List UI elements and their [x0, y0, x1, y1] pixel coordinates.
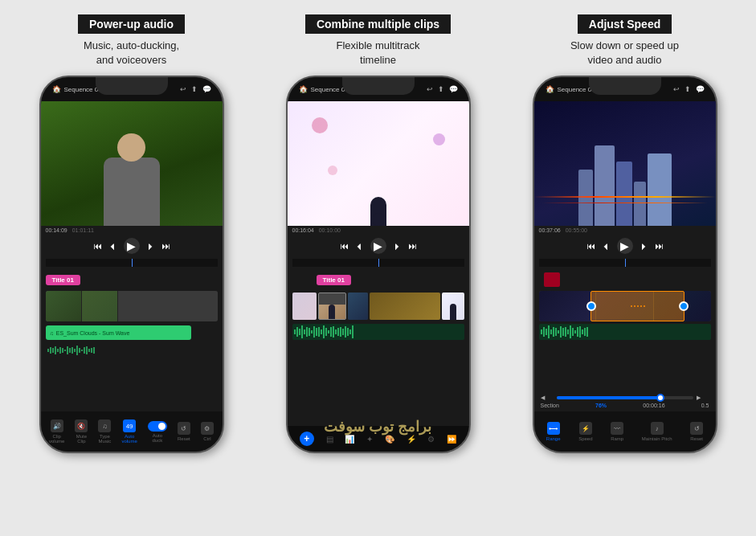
- speed-percent: 76%: [595, 403, 607, 408]
- silhouette-clip-2b: [329, 305, 335, 320]
- tool-ctrl-1[interactable]: ⚙ Ctrl: [201, 422, 214, 441]
- video-track-3: [539, 291, 711, 321]
- tool-reset-1[interactable]: ↺ Reset: [178, 422, 190, 441]
- title-track-1: Title 01: [46, 271, 218, 288]
- person-head: [117, 133, 145, 162]
- speed-values-row: Section 76% 00:00:16 0.5: [541, 403, 709, 408]
- timeline-ruler-2: [292, 259, 464, 267]
- svg-rect-37: [335, 329, 337, 334]
- ramp-val: 0.5: [701, 403, 709, 408]
- audio-subtitle: Music, auto-ducking,and voiceovers: [84, 39, 179, 68]
- svg-rect-22: [299, 329, 300, 335]
- speed-label: Speed: [578, 436, 592, 441]
- nav-icon-2f[interactable]: ⚙: [427, 435, 435, 444]
- svg-rect-49: [550, 329, 552, 334]
- step-fwd-icon-2[interactable]: ⏵: [393, 241, 402, 251]
- svg-rect-2: [52, 348, 54, 353]
- clip-2e-bg: [442, 293, 464, 320]
- svg-rect-19: [93, 347, 95, 354]
- nav-icon-2g[interactable]: ⏩: [447, 435, 456, 444]
- play-icon-1[interactable]: ▶: [124, 238, 140, 254]
- multi-clips-row: [292, 291, 464, 321]
- tool-speed[interactable]: ⚡ Speed: [578, 422, 592, 441]
- title-clip-2[interactable]: Title 01: [317, 275, 351, 285]
- blob-3: [328, 166, 337, 175]
- time-display-1: 00:14:09 01:01:11: [41, 226, 223, 235]
- pink-block-3: [544, 272, 560, 287]
- skip-back-icon-2[interactable]: ⏮: [340, 241, 349, 251]
- topbar-right-3: ↩ ⬆ 💬: [673, 85, 705, 93]
- tool-mute[interactable]: 🔇 MuteClip: [75, 419, 88, 444]
- play-icon-3[interactable]: ▶: [617, 238, 633, 254]
- tool-ramp[interactable]: 〰 Ramp: [611, 422, 623, 441]
- tool-auto-vol[interactable]: 49 Autovolume: [121, 419, 137, 444]
- svg-rect-53: [560, 326, 562, 338]
- step-fwd-icon-1[interactable]: ⏵: [146, 241, 155, 251]
- vid-track-rest: [118, 291, 218, 321]
- chat-icon-1[interactable]: 💬: [202, 85, 211, 93]
- chat-icon-3[interactable]: 💬: [696, 85, 705, 93]
- title-clip-1[interactable]: Title 01: [46, 275, 80, 285]
- tool-auto-duck[interactable]: Autoduck: [148, 421, 167, 443]
- undo-icon-2[interactable]: ↩: [427, 85, 433, 93]
- svg-rect-28: [313, 326, 315, 338]
- music-icon-1: ♫: [50, 330, 54, 336]
- ramp-icon: 〰: [611, 422, 623, 435]
- track-container-3: [534, 257, 716, 391]
- clip-2c-bg: [348, 293, 368, 320]
- tool-reset-3[interactable]: ↺ Reset: [690, 422, 703, 441]
- nav-icon-2d[interactable]: 🎨: [385, 435, 394, 444]
- step-back-icon-1[interactable]: ⏴: [108, 241, 117, 251]
- skip-fwd-icon-2[interactable]: ⏭: [408, 241, 417, 251]
- speed-thumb-3[interactable]: [656, 394, 664, 402]
- bottom-toolbar-3: ⟷ Range ⚡ Speed 〰 Ramp ♪ Maintain Pitch: [534, 411, 716, 452]
- skip-back-icon-3[interactable]: ⏮: [586, 241, 595, 251]
- svg-rect-54: [562, 328, 564, 336]
- time-display-2: 00:16:04 00:10:00: [288, 226, 469, 235]
- svg-rect-61: [579, 326, 581, 338]
- nav-icon-2a[interactable]: ▤: [326, 435, 333, 444]
- share-icon-2[interactable]: ⬆: [438, 85, 444, 93]
- svg-rect-23: [301, 325, 303, 338]
- blob-1: [312, 117, 328, 133]
- nav-icon-2c[interactable]: ✦: [366, 435, 373, 444]
- tool-clip-vol[interactable]: 🔊 Clipvolume: [49, 419, 64, 444]
- clip-thumb-2d: [370, 293, 440, 320]
- chat-icon-2[interactable]: 💬: [449, 85, 458, 93]
- step-fwd-icon-3[interactable]: ⏵: [640, 241, 648, 251]
- topbar-left-3: 🏠 Sequence 01: [546, 85, 595, 93]
- timeline-ruler-1: [46, 259, 218, 267]
- speed-section-overlay: [590, 291, 685, 321]
- nav-icon-2e[interactable]: ⚡: [407, 435, 416, 444]
- reset-icon-1: ↺: [178, 422, 190, 435]
- auto-duck-label: Autoduck: [152, 433, 162, 443]
- tool-maintain-pitch[interactable]: ♪ Maintain Pitch: [642, 422, 672, 441]
- clip-vol-icon: 🔊: [51, 419, 63, 432]
- vid-thumb-1b: [82, 291, 118, 321]
- step-back-icon-2[interactable]: ⏴: [355, 241, 364, 251]
- share-icon-3[interactable]: ⬆: [684, 85, 691, 93]
- svg-rect-35: [330, 327, 332, 337]
- auto-duck-toggle[interactable]: [148, 421, 167, 432]
- pitch-icon: ♪: [651, 422, 664, 435]
- tool-range[interactable]: ⟷ Range: [546, 422, 561, 441]
- skip-fwd-icon-1[interactable]: ⏭: [161, 241, 170, 251]
- skip-back-icon-1[interactable]: ⏮: [93, 241, 102, 251]
- step-back-icon-3[interactable]: ⏴: [602, 241, 611, 251]
- svg-rect-21: [296, 327, 298, 337]
- main-container: Power-up audio Music, auto-ducking,and v…: [0, 0, 756, 536]
- tool-type-music[interactable]: ♫ TypeMusic: [98, 419, 111, 444]
- undo-icon-3[interactable]: ↩: [673, 85, 680, 93]
- pitch-label: Maintain Pitch: [642, 436, 672, 441]
- nav-icon-2b[interactable]: 📊: [345, 435, 354, 444]
- share-icon-1[interactable]: ⬆: [191, 85, 198, 93]
- pink-block-row: [539, 271, 711, 288]
- range-label: Range: [546, 436, 561, 441]
- sequence-label-1: Sequence 01: [64, 86, 102, 93]
- undo-icon-1[interactable]: ↩: [180, 85, 186, 93]
- speed-slider-track[interactable]: [557, 396, 693, 399]
- skip-fwd-icon-3[interactable]: ⏭: [655, 241, 664, 251]
- play-icon-2[interactable]: ▶: [370, 238, 386, 254]
- svg-rect-32: [323, 325, 325, 338]
- topbar-left-2: 🏠 Sequence 01: [299, 85, 349, 93]
